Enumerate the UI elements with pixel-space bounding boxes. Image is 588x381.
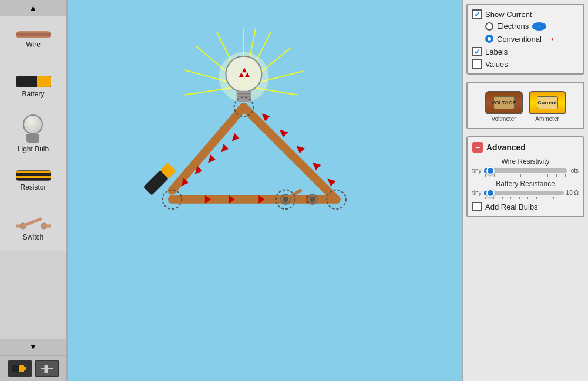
electrons-row: Electrons − [472,22,579,31]
svg-rect-49 [237,91,251,102]
sidebar-item-resistor[interactable]: Resistor [0,157,66,204]
svg-line-23 [244,107,337,200]
battery-tool-button[interactable] [8,360,32,377]
voltmeter-label: Voltmeter [491,116,516,122]
add-real-bulbs-checkbox[interactable] [472,202,482,211]
switch-label: Switch [23,233,43,241]
current-arrows-right [260,110,336,186]
svg-rect-6 [19,365,24,372]
voltmeter-screen: VOLTAGE [493,96,515,109]
switch-icon [16,214,51,231]
main-canvas[interactable] [68,0,462,381]
svg-marker-33 [310,160,321,170]
sidebar: ▲ Wire Battery Light Bulb Resistor [0,0,68,381]
battery-tiny-label: tiny [472,190,482,196]
svg-line-2 [23,219,41,226]
scroll-up-button[interactable]: ▲ [0,0,66,16]
voltmeter-text: VOLTAGE [491,100,516,106]
ammeter-body: Current [529,91,566,114]
show-current-checkbox[interactable]: ✓ [472,9,482,19]
conventional-row: Conventional → [472,33,579,44]
voltmeter[interactable]: VOLTAGE Voltmeter [485,91,523,122]
electrons-arrow-icon: − [532,22,546,31]
electrons-label: Electrons [497,22,529,31]
wire-resistivity-slider-row: tiny [472,167,579,174]
battery-10ohm-label: 10 Ω [566,190,579,196]
wire-resistivity-section: Wire Resistivity tiny [472,157,579,174]
show-current-section: ✓ Show Current Electrons − Conventional … [466,4,584,75]
labels-checkmark-icon: ✓ [474,48,481,56]
add-real-bulbs-row: Add Real Bulbs [472,202,579,211]
capacitor-small-icon [39,363,55,374]
ammeter[interactable]: Current Ammeter [529,91,566,122]
add-real-bulbs-label: Add Real Bulbs [485,203,538,211]
ammeter-label: Ammeter [535,116,559,122]
scroll-down-button[interactable]: ▼ [0,339,66,355]
show-current-label: Show Current [485,10,532,19]
battery-resistance-slider-row: tiny [472,190,579,196]
right-panel: ✓ Show Current Electrons − Conventional … [462,0,588,381]
battery-small-icon [12,363,28,374]
svg-point-45 [283,197,288,203]
battery-label: Battery [22,90,44,98]
bulb-base [26,134,39,143]
svg-point-46 [310,197,315,203]
instruments-section: VOLTAGE Voltmeter Current Ammeter [466,82,584,129]
checkmark-icon: ✓ [474,10,481,19]
sidebar-item-switch[interactable]: Switch [0,204,66,251]
advanced-section: − Advanced Wire Resistivity tiny [466,136,584,217]
resistor-icon [16,170,51,181]
instruments-row: VOLTAGE Voltmeter Current Ammeter [472,87,579,123]
show-current-row: ✓ Show Current [472,9,579,19]
resistor-label: Resistor [20,183,46,191]
svg-marker-32 [294,143,305,153]
ammeter-text: Current [537,100,557,106]
battery-resistance-slider[interactable] [484,191,564,195]
values-row: Values [472,59,579,69]
labels-label: Labels [485,48,508,56]
wire-resistivity-title: Wire Resistivity [472,157,579,166]
wire-icon [16,31,51,38]
electrons-radio[interactable] [485,22,493,31]
svg-marker-29 [229,133,240,144]
circuit-diagram [68,0,462,381]
advanced-header: − Advanced [472,142,579,153]
labels-row: ✓ Labels [472,47,579,56]
conventional-label: Conventional [497,35,542,43]
chevron-up-icon: ▲ [29,4,37,12]
lightbulb-label: Light Bulb [18,145,49,153]
svg-marker-31 [277,127,288,137]
battery-slider-thumb[interactable] [486,189,495,197]
conventional-radio[interactable] [485,35,493,43]
wire-lots-label: lots [569,167,579,174]
advanced-collapse-button[interactable]: − [472,142,483,153]
conventional-arrow-icon: → [545,33,556,44]
voltmeter-body: VOLTAGE [485,91,523,114]
capacitor-tool-button[interactable] [35,360,59,377]
chevron-down-icon: ▼ [29,342,37,351]
wire-slider-thumb[interactable] [486,167,495,175]
svg-line-22 [172,107,244,190]
sidebar-item-lightbulb[interactable]: Light Bulb [0,110,66,157]
sidebar-item-wire[interactable]: Wire [0,16,66,63]
advanced-title: Advanced [486,143,526,152]
wire-resistivity-slider[interactable] [484,168,567,173]
sidebar-item-battery[interactable]: Battery [0,63,66,110]
svg-point-48 [226,56,261,92]
ammeter-screen: Current [537,96,558,109]
labels-checkbox[interactable]: ✓ [472,47,482,56]
lightbulb-component[interactable] [219,52,268,102]
wire-label: Wire [26,41,41,49]
battery-icon [16,76,51,87]
svg-marker-28 [218,144,229,154]
minus-icon: − [475,143,480,152]
wire-tiny-label: tiny [472,167,482,174]
radio-dot-icon [488,37,491,41]
values-label: Values [485,60,508,69]
bulb-glass [23,114,43,134]
sidebar-items: Wire Battery Light Bulb Resistor [0,16,66,339]
battery-resistance-section: Battery Resistance tiny [472,180,579,196]
values-checkbox[interactable] [472,59,482,69]
bulb-icon [23,114,44,143]
bottom-tools [0,355,66,381]
